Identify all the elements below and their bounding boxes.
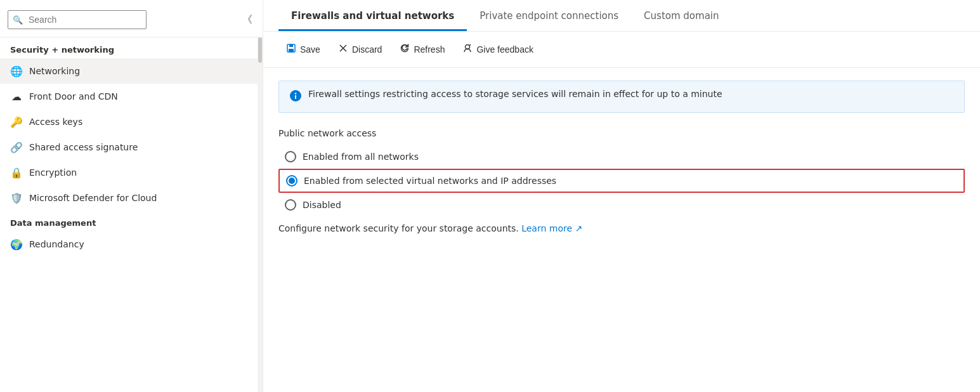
discard-label: Discard	[352, 44, 382, 55]
redundancy-icon: 🌍	[10, 238, 23, 251]
tab-custom-domain[interactable]: Custom domain	[631, 0, 731, 31]
refresh-button[interactable]: Refresh	[392, 39, 452, 60]
sidebar-item-shared-access[interactable]: 🔗 Shared access signature	[0, 134, 258, 160]
tab-private-endpoint[interactable]: Private endpoint connections	[467, 0, 631, 31]
search-icon: 🔍	[13, 15, 23, 25]
section-label-data: Data management	[0, 211, 258, 232]
sidebar-item-networking-label: Networking	[29, 66, 80, 76]
sidebar-item-redundancy[interactable]: 🌍 Redundancy	[0, 232, 258, 257]
sidebar-item-access-keys-label: Access keys	[29, 117, 82, 127]
collapse-button[interactable]: 《	[240, 11, 255, 29]
feedback-icon	[462, 43, 473, 56]
scroll-indicator	[258, 37, 263, 392]
sidebar-item-defender[interactable]: 🛡️ Microsoft Defender for Cloud	[0, 185, 258, 211]
main-content: Firewalls and virtual networks Private e…	[263, 0, 980, 392]
sidebar-item-front-door[interactable]: ☁️ Front Door and CDN	[0, 84, 258, 109]
refresh-label: Refresh	[414, 44, 445, 55]
radio-circle-selected	[286, 175, 297, 186]
radio-circle-all	[285, 151, 296, 162]
tab-firewalls[interactable]: Firewalls and virtual networks	[278, 0, 467, 31]
sidebar-item-front-door-label: Front Door and CDN	[29, 91, 118, 101]
radio-group: Enabled from all networks Enabled from s…	[278, 146, 965, 216]
feedback-label: Give feedback	[476, 44, 533, 55]
search-wrapper: 🔍	[8, 10, 235, 29]
toolbar: Save Discard Refresh	[263, 32, 980, 68]
discard-icon	[338, 43, 348, 56]
encryption-icon: 🔒	[10, 166, 23, 179]
radio-circle-disabled	[285, 199, 296, 211]
radio-selected-networks[interactable]: Enabled from selected virtual networks a…	[278, 169, 965, 193]
defender-icon: 🛡️	[10, 192, 23, 204]
sidebar-nav: Security + networking 🌐 Networking ☁️ Fr…	[0, 37, 258, 392]
content-area: Firewall settings restricting access to …	[263, 68, 980, 392]
sidebar: 🔍 《 Security + networking 🌐 Networking ☁…	[0, 0, 263, 392]
shared-access-icon: 🔗	[10, 141, 23, 154]
tabs-bar: Firewalls and virtual networks Private e…	[263, 0, 980, 32]
sidebar-item-encryption-label: Encryption	[29, 167, 77, 178]
sidebar-item-redundancy-label: Redundancy	[29, 239, 84, 249]
search-bar: 🔍 《	[0, 0, 263, 37]
save-button[interactable]: Save	[278, 39, 328, 60]
radio-selected-networks-label: Enabled from selected virtual networks a…	[304, 176, 556, 186]
radio-all-networks[interactable]: Enabled from all networks	[278, 146, 965, 167]
scroll-thumb	[258, 37, 262, 63]
save-label: Save	[300, 44, 320, 55]
svg-point-8	[295, 93, 296, 94]
sidebar-item-networking[interactable]: 🌐 Networking	[0, 58, 258, 84]
learn-more-link[interactable]: Learn more ↗	[521, 223, 582, 233]
info-banner: Firewall settings restricting access to …	[278, 81, 965, 113]
info-banner-text: Firewall settings restricting access to …	[308, 89, 722, 99]
sidebar-scroll-wrapper: Security + networking 🌐 Networking ☁️ Fr…	[0, 37, 263, 392]
networking-icon: 🌐	[10, 65, 23, 77]
search-input[interactable]	[8, 10, 147, 29]
feedback-button[interactable]: Give feedback	[455, 39, 541, 60]
svg-rect-2	[289, 49, 294, 52]
configure-text-content: Configure network security for your stor…	[278, 223, 519, 233]
sidebar-item-access-keys[interactable]: 🔑 Access keys	[0, 109, 258, 134]
svg-rect-7	[295, 95, 296, 99]
discard-button[interactable]: Discard	[330, 39, 389, 60]
radio-all-networks-label: Enabled from all networks	[303, 152, 419, 162]
public-network-access-label: Public network access	[278, 128, 965, 138]
front-door-icon: ☁️	[10, 90, 23, 103]
sidebar-item-defender-label: Microsoft Defender for Cloud	[29, 193, 157, 203]
svg-rect-1	[289, 44, 293, 47]
save-icon	[286, 43, 296, 56]
configure-text: Configure network security for your stor…	[278, 223, 965, 233]
sidebar-item-shared-access-label: Shared access signature	[29, 142, 138, 152]
info-icon	[289, 89, 302, 105]
section-label-security: Security + networking	[0, 37, 258, 58]
radio-disabled[interactable]: Disabled	[278, 194, 965, 216]
access-keys-icon: 🔑	[10, 115, 23, 128]
radio-disabled-label: Disabled	[303, 200, 341, 210]
sidebar-item-encryption[interactable]: 🔒 Encryption	[0, 160, 258, 185]
refresh-icon	[400, 43, 410, 56]
